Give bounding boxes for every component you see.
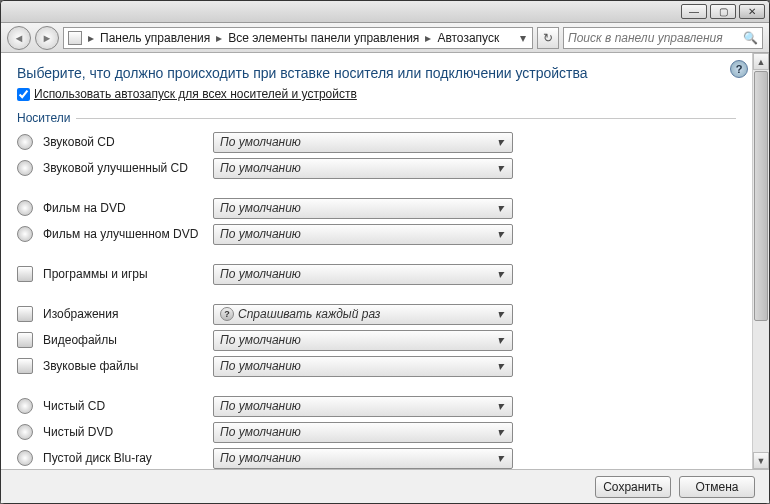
action-combo[interactable]: По умолчанию▾: [213, 198, 513, 219]
action-combo[interactable]: По умолчанию▾: [213, 264, 513, 285]
combo-value: По умолчанию: [220, 359, 492, 373]
breadcrumb[interactable]: Все элементы панели управления: [225, 31, 422, 45]
save-button[interactable]: Сохранить: [595, 476, 671, 498]
question-icon: ?: [220, 307, 234, 321]
use-autoplay-label[interactable]: Использовать автозапуск для всех носител…: [34, 87, 357, 101]
navbar: ◄ ► ▸ Панель управления ▸ Все элементы п…: [1, 23, 769, 53]
chevron-down-icon: ▾: [492, 201, 508, 215]
scroll-down-icon[interactable]: ▼: [753, 452, 769, 469]
chevron-right-icon: ▸: [424, 31, 432, 45]
page-title: Выберите, что должно происходить при вст…: [17, 65, 736, 81]
vertical-scrollbar[interactable]: ▲ ▼: [752, 53, 769, 469]
chevron-right-icon: ▸: [87, 31, 95, 45]
app-icon: [17, 266, 33, 282]
window-frame: — ▢ ✕ ◄ ► ▸ Панель управления ▸ Все элем…: [0, 0, 770, 504]
main-panel: Выберите, что должно происходить при вст…: [1, 53, 752, 469]
chevron-down-icon: ▾: [492, 307, 508, 321]
media-label: Пустой диск Blu-ray: [43, 451, 203, 465]
disc-icon: [17, 134, 33, 150]
media-row: Чистый DVDПо умолчанию▾: [17, 419, 736, 445]
media-row: Фильм на DVDПо умолчанию▾: [17, 195, 736, 221]
titlebar: — ▢ ✕: [1, 1, 769, 23]
media-label: Фильм на улучшенном DVD: [43, 227, 203, 241]
media-label: Фильм на DVD: [43, 201, 203, 215]
address-dropdown[interactable]: ▾: [516, 31, 530, 45]
combo-value: По умолчанию: [220, 161, 492, 175]
action-combo[interactable]: По умолчанию▾: [213, 330, 513, 351]
disc-icon: [17, 200, 33, 216]
media-label: Чистый CD: [43, 399, 203, 413]
app-icon: [17, 306, 33, 322]
refresh-button[interactable]: ↻: [537, 27, 559, 49]
footer: Сохранить Отмена: [1, 469, 769, 503]
combo-value: По умолчанию: [220, 135, 492, 149]
media-label: Видеофайлы: [43, 333, 203, 347]
action-combo[interactable]: По умолчанию▾: [213, 422, 513, 443]
group-media-label: Носители: [17, 111, 70, 125]
help-button[interactable]: ?: [730, 60, 748, 78]
chevron-down-icon: ▾: [492, 399, 508, 413]
maximize-button[interactable]: ▢: [710, 4, 736, 19]
disc-icon: [17, 450, 33, 466]
media-label: Звуковой CD: [43, 135, 203, 149]
combo-value: По умолчанию: [220, 425, 492, 439]
media-row: Чистый CDПо умолчанию▾: [17, 393, 736, 419]
search-input[interactable]: [568, 31, 743, 45]
chevron-right-icon: ▸: [215, 31, 223, 45]
action-combo[interactable]: По умолчанию▾: [213, 132, 513, 153]
action-combo[interactable]: По умолчанию▾: [213, 158, 513, 179]
media-row: Звуковые файлыПо умолчанию▾: [17, 353, 736, 379]
breadcrumb[interactable]: Панель управления: [97, 31, 213, 45]
scroll-up-icon[interactable]: ▲: [753, 53, 769, 70]
media-label: Программы и игры: [43, 267, 203, 281]
action-combo[interactable]: ?Спрашивать каждый раз▾: [213, 304, 513, 325]
action-combo[interactable]: По умолчанию▾: [213, 396, 513, 417]
search-box[interactable]: 🔍: [563, 27, 763, 49]
media-row: Программы и игрыПо умолчанию▾: [17, 261, 736, 287]
media-row: Фильм на улучшенном DVDПо умолчанию▾: [17, 221, 736, 247]
media-label: Изображения: [43, 307, 203, 321]
media-row: ВидеофайлыПо умолчанию▾: [17, 327, 736, 353]
action-combo[interactable]: По умолчанию▾: [213, 448, 513, 469]
close-button[interactable]: ✕: [739, 4, 765, 19]
content-area: Выберите, что должно происходить при вст…: [1, 53, 769, 469]
combo-value: По умолчанию: [220, 399, 492, 413]
combo-value: По умолчанию: [220, 227, 492, 241]
combo-value: По умолчанию: [220, 201, 492, 215]
divider: [76, 118, 736, 119]
media-row: Изображения?Спрашивать каждый раз▾: [17, 301, 736, 327]
chevron-down-icon: ▾: [492, 161, 508, 175]
media-label: Звуковой улучшенный CD: [43, 161, 203, 175]
disc-icon: [17, 160, 33, 176]
media-row: Пустой диск Blu-rayПо умолчанию▾: [17, 445, 736, 469]
chevron-down-icon: ▾: [492, 267, 508, 281]
combo-value: По умолчанию: [220, 267, 492, 281]
minimize-button[interactable]: —: [681, 4, 707, 19]
group-media: Носители: [17, 111, 736, 125]
use-autoplay-checkbox[interactable]: [17, 88, 30, 101]
chevron-down-icon: ▾: [492, 333, 508, 347]
chevron-down-icon: ▾: [492, 425, 508, 439]
breadcrumb[interactable]: Автозапуск: [434, 31, 502, 45]
media-row: Звуковой улучшенный CDПо умолчанию▾: [17, 155, 736, 181]
combo-value: По умолчанию: [220, 333, 492, 347]
forward-button[interactable]: ►: [35, 26, 59, 50]
chevron-down-icon: ▾: [492, 451, 508, 465]
scroll-thumb[interactable]: [754, 71, 768, 321]
search-icon: 🔍: [743, 31, 758, 45]
chevron-down-icon: ▾: [492, 135, 508, 149]
media-row: Звуковой CDПо умолчанию▾: [17, 129, 736, 155]
chevron-down-icon: ▾: [492, 359, 508, 373]
disc-icon: [17, 398, 33, 414]
disc-icon: [17, 226, 33, 242]
action-combo[interactable]: По умолчанию▾: [213, 224, 513, 245]
media-label: Звуковые файлы: [43, 359, 203, 373]
disc-icon: [17, 424, 33, 440]
media-label: Чистый DVD: [43, 425, 203, 439]
action-combo[interactable]: По умолчанию▾: [213, 356, 513, 377]
combo-value: Спрашивать каждый раз: [238, 307, 492, 321]
address-bar[interactable]: ▸ Панель управления ▸ Все элементы панел…: [63, 27, 533, 49]
cancel-button[interactable]: Отмена: [679, 476, 755, 498]
back-button[interactable]: ◄: [7, 26, 31, 50]
combo-value: По умолчанию: [220, 451, 492, 465]
